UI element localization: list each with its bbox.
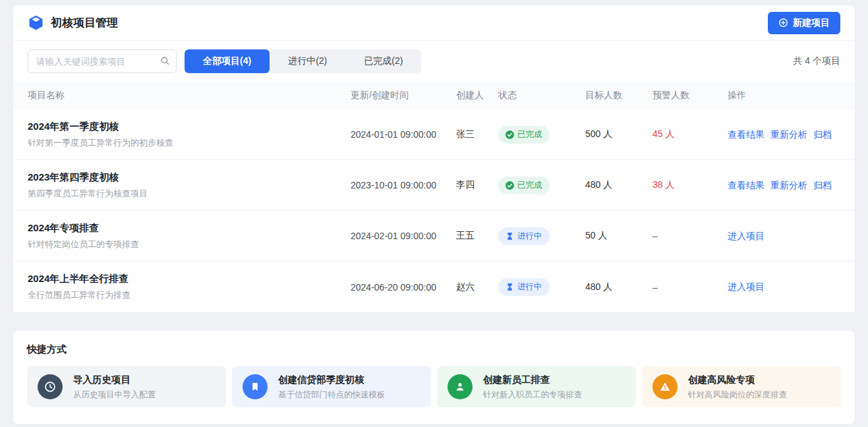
col-header-creator: 创建人 <box>456 90 498 101</box>
col-header-time: 更新/创建时间 <box>351 90 456 101</box>
quick-action-card[interactable]: 创建高风险专项 针对高风险岗位的深度排查 <box>642 366 841 407</box>
action-link-0[interactable]: 查看结果 <box>728 129 765 140</box>
warning-count: – <box>652 282 728 293</box>
plus-circle-icon <box>778 18 788 28</box>
search-input[interactable] <box>28 49 177 73</box>
project-description: 针对第一季度员工异常行为的初步核查 <box>28 137 344 149</box>
toolbar: 全部项目(4)进行中(2)已完成(2) 共 4 个项目 <box>13 41 855 82</box>
tab-1[interactable]: 进行中(2) <box>270 49 345 73</box>
quick-action-desc: 针对高风险岗位的深度排查 <box>688 389 787 401</box>
table-body: 2024年第一季度初核 针对第一季度员工异常行为的初步核查 2024-01-01… <box>13 109 855 312</box>
col-header-name: 项目名称 <box>28 90 351 101</box>
tab-0[interactable]: 全部项目(4) <box>185 49 270 73</box>
bookmark-icon <box>243 374 268 399</box>
table-head: 项目名称 更新/创建时间 创建人 状态 目标人数 预警人数 操作 <box>13 82 855 109</box>
action-link-1[interactable]: 重新分析 <box>770 129 807 140</box>
quick-action-desc: 基于信贷部门特点的快速模板 <box>278 389 386 401</box>
project-time: 2024-01-01 09:00:00 <box>351 129 456 140</box>
search-icon <box>160 56 170 69</box>
cube-icon <box>28 14 44 31</box>
quick-action-desc: 从历史项目中导入配置 <box>73 389 156 401</box>
action-link-0[interactable]: 查看结果 <box>728 180 765 190</box>
quick-action-card[interactable]: 创建新员工排查 针对新入职员工的专项排查 <box>437 366 636 407</box>
quick-action-card[interactable]: 导入历史项目 从历史项目中导入配置 <box>27 366 226 407</box>
status-label: 进行中 <box>517 281 542 293</box>
table-row: 2024年专项排查 针对特定岗位员工的专项排查 2024-02-01 09:00… <box>13 211 855 262</box>
action-link-0[interactable]: 进入项目 <box>728 231 765 241</box>
total-count: 共 4 个项目 <box>793 55 840 67</box>
quick-actions-grid: 导入历史项目 从历史项目中导入配置 创建信贷部季度初核 基于信贷部门特点的快速模… <box>27 366 841 407</box>
project-description: 第四季度员工异常行为核查项目 <box>28 188 344 200</box>
status-label: 已完成 <box>517 129 542 140</box>
project-creator: 王五 <box>456 230 498 242</box>
project-name: 2024年上半年全行排查 <box>28 273 344 285</box>
check-circle-icon <box>506 181 514 190</box>
project-creator: 赵六 <box>456 281 498 293</box>
status-badge: 进行中 <box>498 227 550 245</box>
project-time: 2024-02-01 09:00:00 <box>351 231 456 241</box>
warning-count: 45 人 <box>652 128 728 140</box>
project-management-card: 初核项目管理 新建项目 全部项目(4)进行中(2) <box>13 5 855 312</box>
quick-action-title: 导入历史项目 <box>73 374 156 386</box>
project-name: 2024年第一季度初核 <box>28 121 344 133</box>
project-name: 2023年第四季度初核 <box>28 171 344 184</box>
warning-icon <box>652 374 678 399</box>
page: 初核项目管理 新建项目 全部项目(4)进行中(2) <box>0 0 868 427</box>
hourglass-icon <box>506 283 514 291</box>
status-badge: 已完成 <box>498 177 550 194</box>
search-box <box>28 49 177 73</box>
project-time: 2023-10-01 09:00:00 <box>351 180 456 190</box>
project-description: 全行范围员工异常行为排查 <box>28 289 344 301</box>
quick-action-title: 创建信贷部季度初核 <box>278 374 386 386</box>
action-link-2[interactable]: 归档 <box>813 180 832 190</box>
action-link-2[interactable]: 归档 <box>813 129 832 140</box>
project-description: 针对特定岗位员工的专项排查 <box>28 239 344 250</box>
clock-icon <box>38 374 63 399</box>
target-count: 480 人 <box>585 281 652 293</box>
quick-action-card[interactable]: 创建信贷部季度初核 基于信贷部门特点的快速模板 <box>232 366 431 407</box>
status-label: 进行中 <box>517 231 542 242</box>
project-name: 2024年专项排查 <box>28 222 344 235</box>
user-icon <box>448 374 473 399</box>
action-link-1[interactable]: 重新分析 <box>770 180 807 190</box>
project-time: 2024-06-20 09:00:00 <box>351 282 456 293</box>
action-link-0[interactable]: 进入项目 <box>728 281 765 292</box>
page-title: 初核项目管理 <box>51 15 118 30</box>
status-label: 已完成 <box>517 180 542 191</box>
table-row: 2023年第四季度初核 第四季度员工异常行为核查项目 2023-10-01 09… <box>13 160 855 211</box>
hourglass-icon <box>506 232 514 241</box>
tabs: 全部项目(4)进行中(2)已完成(2) <box>185 49 421 73</box>
row-actions: 进入项目 <box>728 281 840 293</box>
row-actions: 查看结果重新分析归档 <box>728 179 840 192</box>
col-header-target: 目标人数 <box>585 90 652 101</box>
warning-count: – <box>652 231 728 241</box>
quick-actions-card: 快捷方式 导入历史项目 从历史项目中导入配置 创建信贷部季度初核 基于信贷部门特… <box>13 331 855 424</box>
col-header-status: 状态 <box>498 90 585 101</box>
quick-action-desc: 针对新入职员工的专项排查 <box>483 389 582 401</box>
col-header-actions: 操作 <box>728 90 840 101</box>
quick-action-title: 创建新员工排查 <box>483 374 582 386</box>
new-project-label: 新建项目 <box>793 17 830 29</box>
quick-actions-title: 快捷方式 <box>27 343 841 356</box>
row-actions: 查看结果重新分析归档 <box>728 128 840 141</box>
new-project-button[interactable]: 新建项目 <box>768 12 840 34</box>
status-badge: 进行中 <box>498 278 550 296</box>
target-count: 480 人 <box>585 179 652 191</box>
project-creator: 李四 <box>456 179 498 191</box>
tab-2[interactable]: 已完成(2) <box>345 49 421 73</box>
table-row: 2024年第一季度初核 针对第一季度员工异常行为的初步核查 2024-01-01… <box>13 109 855 160</box>
project-creator: 张三 <box>456 128 498 140</box>
quick-action-title: 创建高风险专项 <box>688 374 787 386</box>
target-count: 50 人 <box>585 230 652 242</box>
target-count: 500 人 <box>585 128 652 140</box>
check-circle-icon <box>506 130 514 139</box>
row-actions: 进入项目 <box>728 230 840 242</box>
page-header: 初核项目管理 新建项目 <box>13 5 855 41</box>
table-row: 2024年上半年全行排查 全行范围员工异常行为排查 2024-06-20 09:… <box>13 262 855 312</box>
col-header-warning: 预警人数 <box>652 90 728 101</box>
warning-count: 38 人 <box>652 179 728 191</box>
status-badge: 已完成 <box>498 126 550 144</box>
